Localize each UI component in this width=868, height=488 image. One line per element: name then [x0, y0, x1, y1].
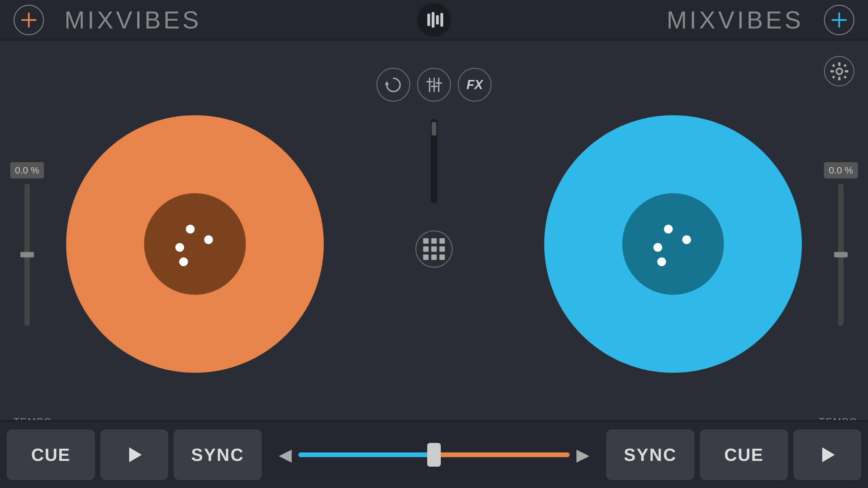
- vinyl-left[interactable]: [66, 115, 324, 373]
- add-track-left-button[interactable]: [14, 5, 44, 35]
- equalizer-icon: [425, 76, 443, 94]
- top-bar-right: MIXVIBES: [667, 5, 854, 35]
- left-deck-buttons: CUE SYNC: [7, 429, 262, 480]
- deck-right: 0.0 % TEMPO: [478, 41, 868, 447]
- crossfader-thumb[interactable]: [427, 443, 441, 467]
- svg-marker-25: [129, 447, 142, 462]
- grid-button[interactable]: [415, 230, 453, 268]
- top-bar-left: MIXVIBES: [14, 5, 201, 35]
- main-area: 0.0 % TEMPO: [0, 41, 868, 447]
- right-deck-buttons: SYNC CUE: [606, 429, 861, 480]
- vinyl-center-right: [622, 193, 724, 295]
- tempo-value-left: 0.0 %: [10, 162, 44, 179]
- tempo-thumb-right[interactable]: [834, 252, 848, 258]
- right-deck-title: MIXVIBES: [667, 6, 804, 34]
- loop-button[interactable]: [376, 68, 410, 102]
- vertical-crossfader[interactable]: [431, 119, 437, 203]
- plus-icon-right: [831, 12, 848, 28]
- dot: [681, 234, 692, 245]
- waveform-icon: [425, 11, 443, 29]
- cue-button-right[interactable]: CUE: [700, 429, 788, 480]
- crossfader-arrow-right: ▶: [576, 445, 589, 465]
- crossfader-area: ◀ ▶: [265, 445, 603, 465]
- left-deck-title: MIXVIBES: [64, 6, 201, 34]
- dot: [203, 234, 214, 245]
- plus-icon-left: [20, 12, 37, 28]
- vinyl-right[interactable]: [544, 115, 802, 373]
- top-bar: MIXVIBES MIXVIBES: [0, 0, 868, 41]
- svg-marker-26: [822, 447, 835, 462]
- tempo-slider-right[interactable]: 0.0 %: [824, 162, 858, 326]
- crossfader-track[interactable]: [298, 452, 570, 457]
- play-icon-right: [817, 445, 837, 465]
- dot: [663, 224, 674, 235]
- vinyl-dots-right: [649, 220, 698, 269]
- crossfader-arrow-left: ◀: [279, 445, 292, 465]
- deck-left: 0.0 % TEMPO: [0, 41, 390, 447]
- sync-button-left[interactable]: SYNC: [174, 429, 262, 480]
- cue-button-left[interactable]: CUE: [7, 429, 95, 480]
- svg-rect-5: [440, 13, 443, 26]
- dot: [185, 224, 196, 235]
- dot: [178, 257, 189, 267]
- svg-marker-18: [385, 81, 389, 85]
- svg-rect-3: [432, 12, 434, 28]
- vertical-crossfader-thumb[interactable]: [432, 122, 436, 136]
- play-button-left[interactable]: [100, 429, 168, 480]
- waveform-button[interactable]: [417, 3, 451, 37]
- dot: [656, 257, 667, 267]
- loop-icon: [384, 76, 403, 94]
- tempo-track-left[interactable]: [24, 184, 30, 326]
- vinyl-dots-left: [171, 220, 220, 269]
- grid-icon: [423, 238, 445, 260]
- eq-button[interactable]: [417, 68, 451, 102]
- dot: [652, 242, 663, 253]
- vinyl-center-left: [144, 193, 246, 295]
- bottom-controls: CUE SYNC ◀ ▶ SYNC CUE: [0, 420, 868, 488]
- tempo-thumb-left[interactable]: [20, 252, 34, 258]
- svg-rect-4: [436, 15, 439, 25]
- tempo-track-right[interactable]: [838, 184, 844, 326]
- sync-button-right[interactable]: SYNC: [606, 429, 694, 480]
- tempo-value-right: 0.0 %: [824, 162, 858, 179]
- tempo-slider-left[interactable]: 0.0 %: [10, 162, 44, 326]
- dot: [174, 242, 185, 253]
- play-button-right[interactable]: [793, 429, 861, 480]
- play-icon-left: [124, 445, 144, 465]
- add-track-right-button[interactable]: [824, 5, 854, 35]
- svg-rect-2: [427, 14, 430, 26]
